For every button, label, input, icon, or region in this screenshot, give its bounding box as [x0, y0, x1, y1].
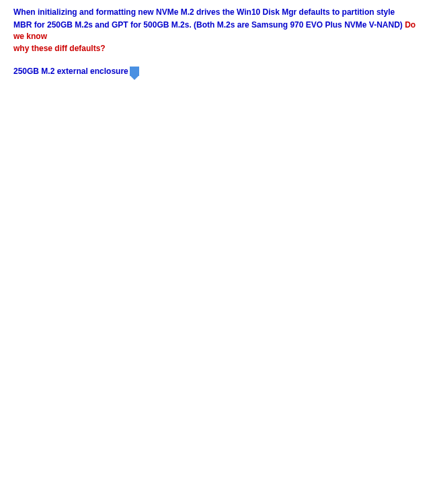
context-line2a: MBR for 250GB M.2s and GPT for 500GB M.2…: [13, 20, 405, 30]
context-line3: why these diff defaults?: [13, 43, 424, 54]
section-title: 250GB M.2 external enclosure: [13, 67, 424, 76]
context-line1: When initializing and formatting new NVM…: [13, 7, 424, 18]
arrow-down-icon: [130, 67, 139, 76]
context-line2: MBR for 250GB M.2s and GPT for 500GB M.2…: [13, 19, 424, 42]
